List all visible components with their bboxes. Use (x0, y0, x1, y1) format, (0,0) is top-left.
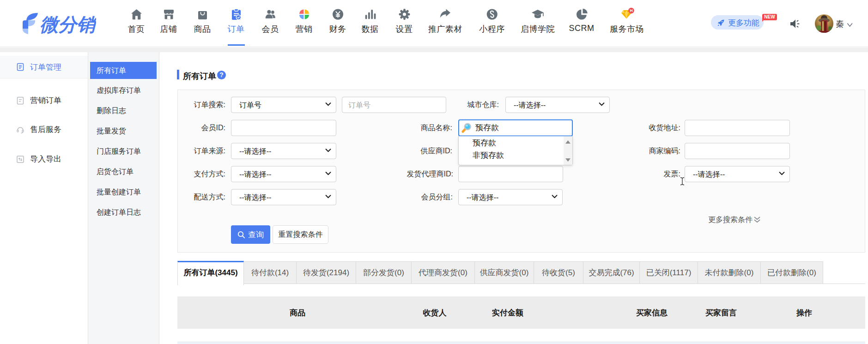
svg-text:H: H (630, 8, 633, 13)
svg-text:微分销: 微分销 (40, 14, 96, 35)
